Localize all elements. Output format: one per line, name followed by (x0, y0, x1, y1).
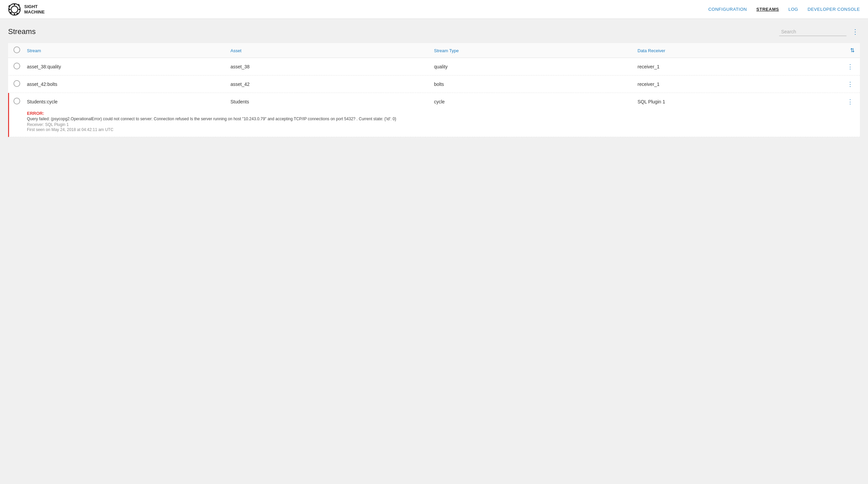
page-more-button[interactable]: ⋮ (850, 27, 860, 36)
row2-radio[interactable] (13, 80, 20, 87)
nav-developer-console[interactable]: DEVELOPER CONSOLE (808, 7, 860, 12)
stream-row-2-inner: asset_42:bolts asset_42 bolts receiver_1… (9, 76, 860, 93)
row3-more-button[interactable]: ⋮ (846, 98, 855, 106)
row3-stream: Students:cycle (27, 99, 230, 105)
search-input[interactable] (779, 28, 846, 36)
svg-rect-3 (14, 13, 15, 16)
row2-data-receiver: receiver_1 (638, 82, 841, 87)
error-label: ERROR: (27, 111, 855, 116)
header-data-receiver[interactable]: Data Receiver (638, 48, 841, 53)
stream-row-2: asset_42:bolts asset_42 bolts receiver_1… (8, 76, 860, 93)
page-header: Streams ⋮ (8, 27, 860, 36)
header-checkbox[interactable] (13, 47, 20, 53)
row1-more-button[interactable]: ⋮ (846, 63, 855, 70)
logo-icon (8, 3, 21, 16)
sort-icon[interactable]: ⇅ (850, 48, 855, 53)
row1-data-receiver: receiver_1 (638, 64, 841, 69)
error-timestamp: First seen on May 24, 2018 at 04:42:11 a… (27, 127, 855, 132)
error-message: Query failed: (psycopg2.OperationalError… (27, 117, 855, 121)
row1-radio[interactable] (13, 63, 20, 69)
streams-table: Stream Asset Stream Type Data Receiver ⇅ (8, 43, 860, 137)
stream-row-3-inner: Students:cycle Students cycle SQL Plugin… (9, 93, 860, 110)
nav-streams[interactable]: STREAMS (756, 7, 779, 12)
row2-more-button[interactable]: ⋮ (846, 81, 855, 88)
nav-configuration[interactable]: CONFIGURATION (708, 7, 747, 12)
page-title: Streams (8, 27, 36, 36)
svg-rect-4 (8, 9, 10, 10)
page-header-right: ⋮ (779, 27, 860, 36)
row1-asset: asset_38 (230, 64, 434, 69)
row3-radio[interactable] (13, 98, 20, 105)
nav-log[interactable]: LOG (788, 7, 798, 12)
page-content: Streams ⋮ Stream Asset Stream Type Data … (0, 19, 868, 484)
row1-stream-type: quality (434, 64, 638, 69)
header-stream-type[interactable]: Stream Type (434, 48, 638, 53)
row3-stream-type: cycle (434, 99, 638, 105)
app-header: SIGHT MACHINE CONFIGURATION STREAMS LOG … (0, 0, 868, 19)
row3-data-receiver: SQL Plugin 1 (638, 99, 841, 105)
row2-asset: asset_42 (230, 82, 434, 87)
row2-stream-type: bolts (434, 82, 638, 87)
svg-rect-8 (18, 4, 20, 6)
stream-row-3: Students:cycle Students cycle SQL Plugin… (8, 93, 860, 137)
error-receiver: Receiver: SQL Plugin 1 (27, 122, 855, 127)
header-checkbox-col (13, 47, 27, 54)
row2-actions: ⋮ (841, 81, 855, 88)
logo-text: SIGHT MACHINE (24, 4, 45, 15)
stream-row-1-inner: asset_38:quality asset_38 quality receiv… (9, 58, 860, 75)
row1-stream: asset_38:quality (27, 64, 230, 69)
header-asset[interactable]: Asset (230, 48, 434, 53)
header-actions-col: ⇅ (841, 47, 855, 54)
row2-checkbox-col (13, 80, 27, 88)
svg-point-1 (11, 6, 18, 13)
table-header-row: Stream Asset Stream Type Data Receiver ⇅ (8, 43, 860, 58)
logo: SIGHT MACHINE (8, 3, 45, 16)
row2-stream: asset_42:bolts (27, 82, 230, 87)
row3-actions: ⋮ (841, 98, 855, 106)
stream-row-1: asset_38:quality asset_38 quality receiv… (8, 58, 860, 76)
main-nav: CONFIGURATION STREAMS LOG DEVELOPER CONS… (708, 7, 860, 12)
row1-actions: ⋮ (841, 63, 855, 70)
header-stream[interactable]: Stream (27, 48, 230, 53)
row3-asset: Students (230, 99, 434, 105)
row3-checkbox-col (13, 98, 27, 106)
svg-rect-5 (19, 9, 21, 10)
svg-rect-2 (14, 3, 15, 5)
row3-error-block: ERROR: Query failed: (psycopg2.Operation… (9, 110, 860, 137)
row1-checkbox-col (13, 63, 27, 70)
